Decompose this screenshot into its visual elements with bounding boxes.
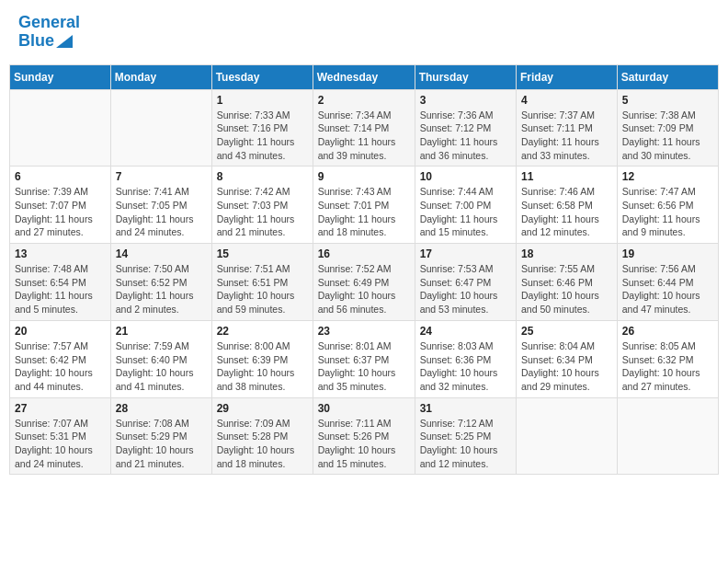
logo-arrow-icon [56,35,73,48]
calendar-cell: 27Sunrise: 7:07 AM Sunset: 5:31 PM Dayli… [10,397,111,475]
weekday-header-sunday: Sunday [10,64,111,89]
calendar-body: 1Sunrise: 7:33 AM Sunset: 7:16 PM Daylig… [10,89,719,475]
logo: General Blue [18,14,80,51]
day-number: 28 [116,402,207,415]
day-info: Sunrise: 7:12 AM Sunset: 5:25 PM Dayligh… [420,417,511,471]
day-info: Sunrise: 7:53 AM Sunset: 6:47 PM Dayligh… [420,262,511,316]
day-info: Sunrise: 8:01 AM Sunset: 6:37 PM Dayligh… [318,339,410,394]
calendar-week-2: 6Sunrise: 7:39 AM Sunset: 7:07 PM Daylig… [10,167,719,244]
day-info: Sunrise: 7:07 AM Sunset: 5:31 PM Dayligh… [15,417,106,471]
calendar-cell: 7Sunrise: 7:41 AM Sunset: 7:05 PM Daylig… [110,167,211,244]
day-info: Sunrise: 7:51 AM Sunset: 6:51 PM Dayligh… [217,262,308,316]
svg-marker-0 [56,35,73,48]
day-number: 21 [116,325,207,338]
calendar-cell: 2Sunrise: 7:34 AM Sunset: 7:14 PM Daylig… [313,89,415,167]
calendar-cell: 14Sunrise: 7:50 AM Sunset: 6:52 PM Dayli… [110,244,211,321]
calendar-cell: 30Sunrise: 7:11 AM Sunset: 5:26 PM Dayli… [313,397,415,475]
day-info: Sunrise: 7:55 AM Sunset: 6:46 PM Dayligh… [521,262,612,316]
day-info: Sunrise: 7:44 AM Sunset: 7:00 PM Dayligh… [420,185,511,239]
day-info: Sunrise: 7:59 AM Sunset: 6:40 PM Dayligh… [116,339,207,394]
day-info: Sunrise: 7:57 AM Sunset: 6:42 PM Dayligh… [15,339,106,394]
day-info: Sunrise: 8:05 AM Sunset: 6:32 PM Dayligh… [622,339,713,394]
calendar-cell: 24Sunrise: 8:03 AM Sunset: 6:36 PM Dayli… [415,320,516,397]
day-info: Sunrise: 7:47 AM Sunset: 6:56 PM Dayligh… [622,185,713,239]
day-number: 9 [318,170,410,183]
day-number: 17 [420,247,511,260]
day-number: 11 [521,170,612,183]
calendar-cell: 23Sunrise: 8:01 AM Sunset: 6:37 PM Dayli… [313,320,415,397]
day-number: 18 [521,247,612,260]
calendar-cell: 28Sunrise: 7:08 AM Sunset: 5:29 PM Dayli… [110,397,211,475]
day-info: Sunrise: 7:34 AM Sunset: 7:14 PM Dayligh… [318,109,410,163]
calendar-header-row: SundayMondayTuesdayWednesdayThursdayFrid… [10,64,719,89]
day-info: Sunrise: 7:43 AM Sunset: 7:01 PM Dayligh… [318,185,410,239]
calendar-cell: 1Sunrise: 7:33 AM Sunset: 7:16 PM Daylig… [211,89,313,167]
day-number: 1 [217,94,308,107]
calendar-cell: 6Sunrise: 7:39 AM Sunset: 7:07 PM Daylig… [10,167,111,244]
day-number: 27 [15,402,106,415]
calendar-table: SundayMondayTuesdayWednesdayThursdayFrid… [9,64,719,476]
day-info: Sunrise: 8:03 AM Sunset: 6:36 PM Dayligh… [420,339,511,394]
day-number: 23 [318,325,410,338]
day-info: Sunrise: 7:50 AM Sunset: 6:52 PM Dayligh… [116,262,207,316]
day-info: Sunrise: 7:39 AM Sunset: 7:07 PM Dayligh… [15,185,106,239]
day-number: 20 [15,325,106,338]
calendar-cell: 12Sunrise: 7:47 AM Sunset: 6:56 PM Dayli… [617,167,718,244]
weekday-header-wednesday: Wednesday [313,64,415,89]
day-info: Sunrise: 7:48 AM Sunset: 6:54 PM Dayligh… [15,262,106,316]
logo-blue-text: Blue [18,32,54,51]
calendar-cell: 3Sunrise: 7:36 AM Sunset: 7:12 PM Daylig… [415,89,516,167]
day-info: Sunrise: 7:56 AM Sunset: 6:44 PM Dayligh… [622,262,713,316]
calendar-cell: 9Sunrise: 7:43 AM Sunset: 7:01 PM Daylig… [313,167,415,244]
day-info: Sunrise: 8:00 AM Sunset: 6:39 PM Dayligh… [217,339,308,394]
calendar-cell: 29Sunrise: 7:09 AM Sunset: 5:28 PM Dayli… [211,397,313,475]
calendar-cell: 25Sunrise: 8:04 AM Sunset: 6:34 PM Dayli… [517,320,618,397]
calendar-cell: 22Sunrise: 8:00 AM Sunset: 6:39 PM Dayli… [211,320,313,397]
calendar-cell: 19Sunrise: 7:56 AM Sunset: 6:44 PM Dayli… [617,244,718,321]
day-number: 7 [116,170,207,183]
day-info: Sunrise: 7:09 AM Sunset: 5:28 PM Dayligh… [217,417,308,471]
day-number: 29 [217,402,308,415]
calendar-week-1: 1Sunrise: 7:33 AM Sunset: 7:16 PM Daylig… [10,89,719,167]
logo-text: General [18,13,80,31]
calendar-cell: 31Sunrise: 7:12 AM Sunset: 5:25 PM Dayli… [415,397,516,475]
day-number: 22 [217,325,308,338]
day-info: Sunrise: 7:42 AM Sunset: 7:03 PM Dayligh… [217,185,308,239]
day-info: Sunrise: 7:52 AM Sunset: 6:49 PM Dayligh… [318,262,410,316]
day-number: 30 [318,402,410,415]
day-number: 24 [420,325,511,338]
page-header: General Blue [9,9,719,55]
day-info: Sunrise: 7:41 AM Sunset: 7:05 PM Dayligh… [116,185,207,239]
calendar-cell: 16Sunrise: 7:52 AM Sunset: 6:49 PM Dayli… [313,244,415,321]
day-info: Sunrise: 7:08 AM Sunset: 5:29 PM Dayligh… [116,417,207,471]
weekday-header-tuesday: Tuesday [211,64,313,89]
calendar-week-3: 13Sunrise: 7:48 AM Sunset: 6:54 PM Dayli… [10,244,719,321]
calendar-cell: 11Sunrise: 7:46 AM Sunset: 6:58 PM Dayli… [517,167,618,244]
day-info: Sunrise: 8:04 AM Sunset: 6:34 PM Dayligh… [521,339,612,394]
weekday-header-monday: Monday [110,64,211,89]
day-info: Sunrise: 7:33 AM Sunset: 7:16 PM Dayligh… [217,109,308,163]
day-number: 12 [622,170,713,183]
calendar-cell: 13Sunrise: 7:48 AM Sunset: 6:54 PM Dayli… [10,244,111,321]
weekday-header-saturday: Saturday [617,64,718,89]
day-number: 25 [521,325,612,338]
weekday-header-thursday: Thursday [415,64,516,89]
calendar-week-4: 20Sunrise: 7:57 AM Sunset: 6:42 PM Dayli… [10,320,719,397]
day-number: 4 [521,94,612,107]
day-info: Sunrise: 7:11 AM Sunset: 5:26 PM Dayligh… [318,417,410,471]
calendar-cell [617,397,718,475]
calendar-cell [10,89,111,167]
calendar-cell: 15Sunrise: 7:51 AM Sunset: 6:51 PM Dayli… [211,244,313,321]
day-number: 2 [318,94,410,107]
day-number: 16 [318,247,410,260]
day-number: 15 [217,247,308,260]
day-number: 31 [420,402,511,415]
day-number: 13 [15,247,106,260]
calendar-cell: 5Sunrise: 7:38 AM Sunset: 7:09 PM Daylig… [617,89,718,167]
day-number: 6 [15,170,106,183]
day-number: 14 [116,247,207,260]
calendar-cell: 8Sunrise: 7:42 AM Sunset: 7:03 PM Daylig… [211,167,313,244]
calendar-cell [517,397,618,475]
day-number: 8 [217,170,308,183]
day-number: 26 [622,325,713,338]
